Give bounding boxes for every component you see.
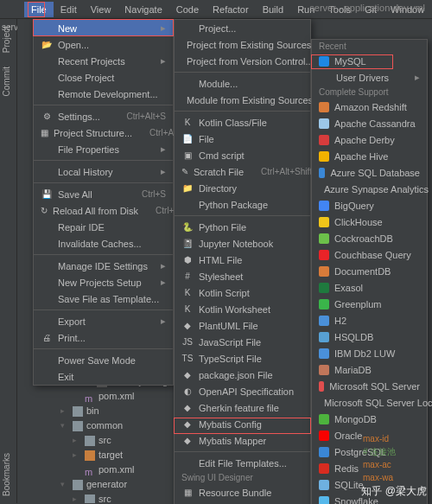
menu-item[interactable]: Apache Cassandra [312,115,427,131]
menu-item[interactable]: ◆Mybatis Config [175,416,310,432]
menu-view[interactable]: View [84,2,118,17]
menu-item[interactable]: ⬢HTML File [175,252,310,268]
menu-item[interactable]: IBM Db2 LUW [312,345,427,361]
menu-item[interactable]: KKotlin Script [175,284,310,301]
tool-tab-bookmarks[interactable]: Bookmarks [0,446,13,503]
menu-item[interactable]: #Stylesheet [175,268,310,284]
menu-item[interactable]: MySQL [312,53,427,69]
menu-item[interactable]: ▦Project Structure...Ctrl+Alt+Shift+S [34,124,173,141]
menu-item[interactable]: File Properties▸ [34,141,173,157]
menu-item[interactable]: Project... [175,20,310,36]
menu-item[interactable]: Project from Version Control... [175,53,310,69]
tool-tab-commit[interactable]: Commit [0,60,13,103]
menu-item[interactable]: Exasol [312,279,427,296]
menu-item[interactable]: Microsoft SQL Server [312,378,427,394]
menu-item[interactable]: 🖨Print... [34,329,173,346]
menu-item[interactable]: Manage IDE Settings▸ [34,258,173,274]
menu-item[interactable]: ▣EditorConfig File [175,501,310,504]
menu-label: Power Save Mode [58,355,166,366]
menu-item[interactable]: ✎Scratch FileCtrl+Alt+Shift+Insert [175,163,310,180]
menu-item[interactable]: ▦Resource Bundle [175,484,310,501]
menu-file[interactable]: File [24,2,54,17]
menu-item[interactable]: KKotlin Worksheet [175,301,310,317]
menu-item[interactable]: Greenplum [312,296,427,312]
folder-icon [73,406,83,417]
tree-item[interactable]: mpom.xml [73,463,173,477]
menu-item[interactable]: Module from Existing Sources... [175,92,310,108]
menu-item[interactable]: New▸ [34,20,173,36]
menu-item[interactable]: Save File as Template... [34,290,173,307]
tree-item[interactable]: ▸src [73,433,173,448]
menu-item[interactable]: Microsoft SQL Server LocalDB [312,394,427,411]
watermark: 知乎 @梁大虎 [361,484,427,499]
menu-build[interactable]: Build [256,2,290,17]
menu-label: JavaScript File [199,337,303,348]
menu-item[interactable]: Export▸ [34,313,173,329]
menu-item[interactable]: DocumentDB [312,263,427,279]
menu-item[interactable]: Remote Development... [34,86,173,102]
menu-item[interactable]: JSJavaScript File [175,334,310,350]
tree-item[interactable]: ▾common [60,418,173,433]
tree-item[interactable]: ▾generator [60,477,173,492]
menu-item[interactable]: Apache Derby [312,131,427,148]
tree-item[interactable]: ▸bin [60,404,173,418]
menu-item[interactable]: ClickHouse [312,214,427,230]
menu-icon [319,201,329,211]
tree-label: pom.xml [98,463,135,477]
menu-item[interactable]: Invalidate Caches... [34,235,173,252]
menu-item[interactable]: ▣Cmd script [175,147,310,163]
menu-item[interactable]: ◆PlantUML File [175,317,310,334]
menu-item[interactable]: CockroachDB [312,230,427,246]
menu-item[interactable]: H2 [312,312,427,329]
menu-item[interactable]: Azure SQL Database [312,164,427,181]
menu-icon [319,56,329,67]
menu-item[interactable]: Edit File Templates... [175,455,310,471]
menu-item[interactable]: HSQLDB [312,329,427,345]
menu-item[interactable]: MariaDB [312,361,427,378]
menu-item[interactable]: ◆package.json File [175,367,310,383]
menu-navigate[interactable]: Navigate [118,2,168,17]
menu-refactor[interactable]: Refactor [206,2,256,17]
menu-icon: 📓 [181,238,194,250]
menu-item[interactable]: 📂Open... [34,36,173,53]
menu-item[interactable]: Close Project [34,69,173,86]
menu-item[interactable]: Python Package [175,196,310,213]
menu-item[interactable]: User Drivers▸ [312,69,427,86]
menu-item[interactable]: MongoDB [312,411,427,427]
menu-item[interactable]: ◐OpenAPI Specification [175,383,310,399]
menu-item[interactable]: 🐍Python File [175,219,310,235]
menu-item[interactable]: Module... [175,75,310,92]
menu-item[interactable]: Recent Projects▸ [34,53,173,69]
menu-icon: ◆ [181,369,194,381]
tree-item[interactable]: ▸src [73,492,173,503]
menu-icon [41,238,53,250]
menu-item[interactable]: Project from Existing Sources... [175,36,310,53]
tree-item[interactable]: ▸target [73,448,173,463]
menu-item[interactable]: Exit [34,368,173,385]
menu-code[interactable]: Code [169,2,206,17]
menu-edit[interactable]: Edit [54,2,84,17]
menu-item[interactable]: BigQuery [312,197,427,214]
menu-item[interactable]: 💾Save AllCtrl+S [34,186,173,202]
menu-item[interactable]: Azure Synapse Analytics [312,181,427,197]
menu-item[interactable]: 📓Jupyter Notebook [175,235,310,252]
menu-item[interactable]: ◆Mybatis Mapper [175,432,310,449]
menu-icon [41,260,53,272]
menu-item[interactable]: 📄File [175,131,310,147]
menu-item[interactable]: ↻Reload All from DiskCtrl+Alt+Y [34,202,173,219]
menu-item[interactable]: New Projects Setup▸ [34,274,173,290]
menu-item[interactable]: 📁Directory [175,180,310,196]
menu-item[interactable]: Power Save Mode [34,352,173,368]
tree-item[interactable]: mpom.xml [73,389,173,404]
menu-item[interactable]: Couchbase Query [312,246,427,263]
menu-item[interactable]: ⚙Settings...Ctrl+Alt+S [34,108,173,124]
menu-item[interactable]: ◆Gherkin feature file [175,399,310,416]
menu-item[interactable]: Local History▸ [34,163,173,180]
menu-item[interactable]: KKotlin Class/File [175,114,310,131]
menu-icon: JS [181,336,194,348]
menu-item[interactable]: Repair IDE [34,219,173,235]
menu-item[interactable]: Apache Hive [312,148,427,164]
menu-item[interactable]: TSTypeScript File [175,350,310,367]
menu-icon [41,88,53,100]
menu-item[interactable]: Amazon Redshift [312,99,427,115]
